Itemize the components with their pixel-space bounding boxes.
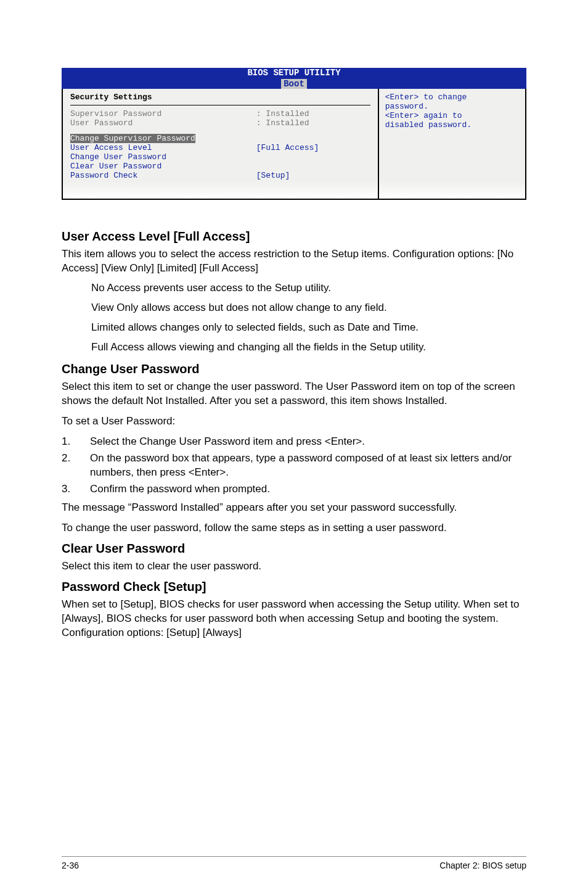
bios-supervisor-value: : Installed bbox=[256, 109, 309, 118]
step-2: 2. On the password box that appears, typ… bbox=[62, 452, 526, 480]
bios-left-pane: Security Settings Supervisor Password : … bbox=[62, 89, 378, 200]
page-footer: 2-36 Chapter 2: BIOS setup bbox=[0, 856, 588, 870]
bios-tab-boot: Boot bbox=[281, 79, 307, 89]
heading-change-user-password: Change User Password bbox=[62, 362, 526, 376]
footer-page-number: 2-36 bbox=[62, 860, 79, 870]
paragraph-pwc-1: When set to [Setup], BIOS checks for use… bbox=[62, 598, 526, 640]
step-2-number: 2. bbox=[62, 452, 90, 480]
bios-divider bbox=[70, 105, 370, 105]
step-1-text: Select the Change User Password item and… bbox=[90, 435, 526, 449]
step-3-text: Confirm the password when prompted. bbox=[90, 482, 526, 497]
bios-pw-check-label[interactable]: Password Check bbox=[70, 171, 137, 180]
bios-help-line-1: <Enter> to change bbox=[385, 93, 519, 102]
paragraph-cup-1: Select this item to set or change the us… bbox=[62, 380, 526, 408]
step-1-number: 1. bbox=[62, 435, 90, 449]
ual-options-block: No Access prevents user access to the Se… bbox=[62, 282, 526, 353]
bios-supervisor-label: Supervisor Password bbox=[70, 109, 161, 118]
paragraph-cup-3: The message “Password Installed” appears… bbox=[62, 501, 526, 515]
bios-title-bar: BIOS SETUP UTILITY bbox=[62, 68, 526, 78]
bios-change-supervisor[interactable]: Change Supervisor Password bbox=[70, 134, 195, 143]
bios-tab-row: Boot bbox=[62, 78, 526, 89]
step-3: 3. Confirm the password when prompted. bbox=[62, 482, 526, 497]
footer-chapter: Chapter 2: BIOS setup bbox=[439, 860, 526, 870]
bios-userpw-value: : Installed bbox=[256, 118, 309, 128]
ual-no-access: No Access prevents user access to the Se… bbox=[91, 282, 526, 294]
heading-user-access-level: User Access Level [Full Access] bbox=[62, 229, 526, 244]
bios-userpw-label: User Password bbox=[70, 118, 133, 128]
bios-change-user-pw[interactable]: Change User Password bbox=[70, 152, 166, 162]
heading-password-check: Password Check [Setup] bbox=[62, 580, 526, 594]
ual-limited: Limited allows changes only to selected … bbox=[91, 321, 526, 334]
paragraph-clup-1: Select this item to clear the user passw… bbox=[62, 559, 526, 574]
bios-clear-user-pw[interactable]: Clear User Password bbox=[70, 162, 161, 171]
steps-list: 1. Select the Change User Password item … bbox=[62, 435, 526, 497]
paragraph-cup-2: To set a User Password: bbox=[62, 415, 526, 429]
bios-help-line-3: <Enter> again to bbox=[385, 111, 519, 120]
bios-user-access-value: [Full Access] bbox=[256, 143, 319, 152]
bios-section-title: Security Settings bbox=[70, 93, 370, 104]
step-1: 1. Select the Change User Password item … bbox=[62, 435, 526, 449]
ual-view-only: View Only allows access but does not all… bbox=[91, 302, 526, 314]
heading-clear-user-password: Clear User Password bbox=[62, 542, 526, 556]
step-3-number: 3. bbox=[62, 482, 90, 497]
bios-help-line-2: password. bbox=[385, 102, 519, 111]
paragraph-ual-1: This item allows you to select the acces… bbox=[62, 247, 526, 276]
paragraph-cup-4: To change the user password, follow the … bbox=[62, 521, 526, 535]
step-2-text: On the password box that appears, type a… bbox=[90, 452, 526, 480]
ual-full: Full Access allows viewing and changing … bbox=[91, 341, 526, 353]
bios-help-pane: <Enter> to change password. <Enter> agai… bbox=[378, 89, 526, 200]
bios-help-line-4: disabled password. bbox=[385, 120, 519, 130]
bios-pw-check-value: [Setup] bbox=[256, 171, 290, 180]
bios-user-access-label[interactable]: User Access Level bbox=[70, 143, 152, 152]
bios-screenshot: BIOS SETUP UTILITY Boot Security Setting… bbox=[62, 68, 526, 200]
